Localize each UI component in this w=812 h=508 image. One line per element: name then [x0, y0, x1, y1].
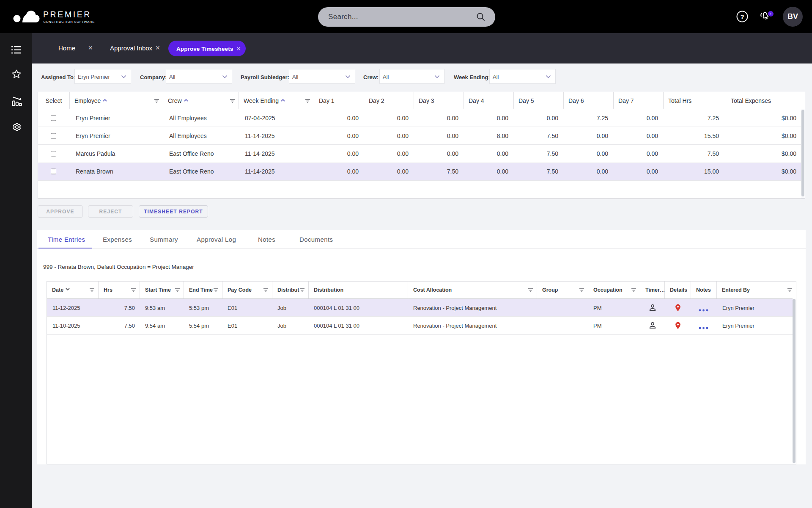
svg-text:?: ? — [740, 13, 744, 20]
svg-text:PREMIER: PREMIER — [43, 10, 91, 19]
svg-text:CONSTRUCTION SOFTWARE: CONSTRUCTION SOFTWARE — [44, 20, 95, 24]
